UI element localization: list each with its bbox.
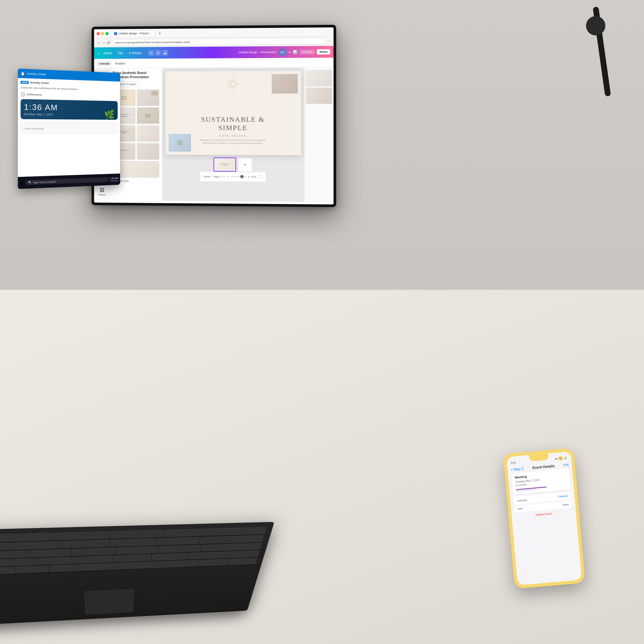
phone-calendar-label: Calendar xyxy=(517,499,527,503)
right-thumb-1[interactable] xyxy=(306,70,332,86)
browser-tab[interactable]: Untitled design - Presen... xyxy=(110,30,155,36)
close-button[interactable] xyxy=(97,32,100,35)
maximize-button[interactable] xyxy=(105,32,109,35)
key-win[interactable] xyxy=(15,565,49,573)
keyboard-keys-area xyxy=(0,522,274,579)
share-button[interactable]: Share xyxy=(317,49,330,54)
taskbar-date: 5/1/2023 xyxy=(109,179,118,182)
key-r[interactable] xyxy=(156,537,200,545)
phone-edit-btn[interactable]: Edit xyxy=(563,463,569,467)
animate-button[interactable]: Animate xyxy=(97,61,112,66)
phone-alert-row-inner: Alert None xyxy=(517,503,569,511)
key-f2[interactable] xyxy=(55,531,110,540)
clock-date: Monday, May 1, 2023 xyxy=(24,113,115,117)
present-button[interactable]: Present xyxy=(299,49,315,54)
phone-time: 9:41 xyxy=(511,461,516,464)
canva-resize-btn[interactable]: ✦ Resize xyxy=(127,51,143,55)
position-button[interactable]: Position xyxy=(115,62,125,65)
slide-subheading: CORE VALUES xyxy=(197,135,269,137)
minimize-button[interactable] xyxy=(101,32,104,35)
new-tab-button[interactable]: + xyxy=(157,30,163,36)
canva-favicon xyxy=(114,32,117,35)
slide-heading: SUSTAINABLE & SIMPLE xyxy=(197,115,269,132)
whiteboard-icon: 📋 xyxy=(21,92,25,97)
key-d[interactable] xyxy=(116,546,159,554)
key-w[interactable] xyxy=(62,540,109,548)
clock-widget: 1:36 AM Monday, May 1, 2023 🌿 xyxy=(21,99,118,120)
sidebar-item-photos[interactable]: 🖼 Photos xyxy=(94,185,110,199)
key-a[interactable] xyxy=(26,549,71,557)
zoom-out-btn[interactable]: − xyxy=(227,175,229,178)
phone-alert-label: Alert xyxy=(517,507,523,510)
template-thumb-2[interactable] xyxy=(137,89,159,106)
cloud-save-button[interactable]: ☁ xyxy=(162,50,168,56)
slide-body-text: Presentation are communication tools tha… xyxy=(197,139,269,145)
redo-button[interactable]: ↪ xyxy=(155,50,161,56)
phone-calendar-value: Calendar xyxy=(557,495,568,498)
fullscreen-btn[interactable]: ⛶ xyxy=(259,175,262,179)
analytics-btn[interactable]: 📊 xyxy=(293,50,298,54)
key-f1[interactable] xyxy=(0,533,54,542)
phone-event-card: Meeting Tuesday May 2, 2023 11:30 AM xyxy=(511,469,571,495)
add-slide-button[interactable]: + xyxy=(238,157,252,172)
wall-art xyxy=(580,6,618,97)
key-e[interactable] xyxy=(110,538,155,547)
key-enter[interactable] xyxy=(200,535,264,544)
laptop-touchpad[interactable] xyxy=(84,589,134,614)
phone: 9:41 ▪▪▪ 📶 🔋 < May 2 Event Details Edit … xyxy=(503,448,585,589)
template-thumb-6[interactable] xyxy=(137,125,159,142)
forward-arrow[interactable]: → xyxy=(102,40,106,45)
canva-file-btn[interactable]: File xyxy=(116,51,125,55)
key-z[interactable] xyxy=(34,557,74,565)
slide-thumbnail-1[interactable]: SUSTAINABLE &SIMPLE xyxy=(213,157,236,172)
canvas-editing-area[interactable]: 🌸 SUSTAINABLE & SIMPLE CORE VALUES Pr xyxy=(162,68,304,202)
phone-back-btn[interactable]: < May 2 xyxy=(511,467,524,471)
monitor-bezel: Untitled design - Presen... + ← → ↺ canv… xyxy=(91,25,336,207)
monitor-screen: Untitled design - Presen... + ← → ↺ canv… xyxy=(94,27,334,204)
key-alt[interactable] xyxy=(198,559,228,566)
notes-button[interactable]: Notes xyxy=(204,175,210,178)
external-monitor: Untitled design - Presen... + ← → ↺ canv… xyxy=(91,25,336,207)
undo-button[interactable]: ↩ xyxy=(148,50,154,56)
canva-doc-title: Untitled design - Presentation xyxy=(238,51,277,54)
calendar-widget: + Add a calendar xyxy=(21,122,118,134)
key-x[interactable] xyxy=(74,555,113,563)
windows-start-icon[interactable]: ⊞ xyxy=(20,180,24,185)
key-s[interactable] xyxy=(72,548,115,556)
phone-alert-value: None xyxy=(563,503,569,507)
taskbar-search-text: Type here to search xyxy=(33,180,56,184)
key-arrow-left[interactable] xyxy=(228,558,258,565)
key-shift[interactable] xyxy=(201,543,262,552)
key-q[interactable] xyxy=(14,541,62,550)
key-f3[interactable] xyxy=(111,530,164,538)
page-indicator: Page 1 / 1 xyxy=(213,175,225,178)
key-c[interactable] xyxy=(114,554,151,562)
key-v[interactable] xyxy=(152,553,189,561)
taskbar-search-box[interactable]: 🔍 Type here to search xyxy=(25,177,108,185)
canva-home-icon[interactable]: ⌂ xyxy=(97,51,99,55)
phone-content: < May 2 Event Details Edit Meeting Tuesd… xyxy=(507,460,576,521)
url-text: canva.com/design/DAFhp7hk4Y/ZveQHUCaomDJ… xyxy=(115,41,190,44)
template-thumb-4[interactable]: SOCIALMEDIA xyxy=(137,107,159,124)
slide-image-bottom-left: 🌿 xyxy=(169,134,191,152)
key-f[interactable] xyxy=(159,545,201,553)
refresh-button[interactable]: ↺ xyxy=(107,40,110,45)
slide-preview[interactable]: 🌸 SUSTAINABLE & SIMPLE CORE VALUES Pr xyxy=(166,71,301,155)
right-thumb-2[interactable] xyxy=(306,88,332,104)
address-bar[interactable]: canva.com/design/DAFhp7hk4Y/ZveQHUCaomDJ… xyxy=(112,38,326,46)
back-arrow[interactable]: ← xyxy=(97,40,101,45)
nav-arrows[interactable]: ← → ↺ xyxy=(97,40,110,45)
tab-title: Untitled design - Presen... xyxy=(118,32,151,35)
canva-home-btn[interactable]: Home xyxy=(102,51,114,55)
key-fn2[interactable] xyxy=(0,567,16,575)
taskbar-clock: 1:36 AM 5/1/2023 xyxy=(109,177,118,182)
browser-window-controls xyxy=(97,32,109,35)
browser-chrome: Untitled design - Presen... + ← → ↺ canv… xyxy=(94,27,334,47)
plant-decoration: 🌿 xyxy=(104,109,115,120)
template-thumb-8[interactable] xyxy=(137,143,159,160)
search-icon-taskbar: 🔍 xyxy=(28,181,32,184)
zoom-control[interactable]: − + 41% xyxy=(227,175,256,179)
add-collaborator-btn[interactable]: + xyxy=(288,50,291,55)
zoom-slider[interactable] xyxy=(231,176,247,177)
zoom-in-btn[interactable]: + xyxy=(248,175,250,179)
